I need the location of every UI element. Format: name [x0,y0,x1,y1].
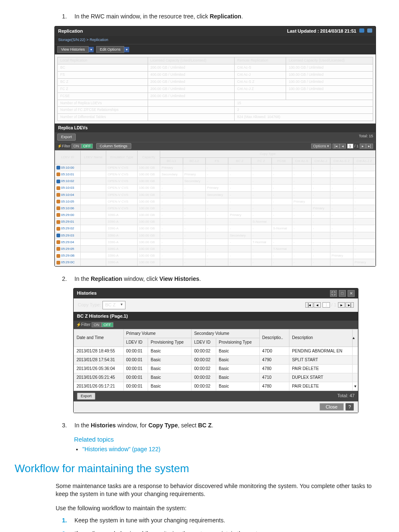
filter-window-icon[interactable]: ⛶ [330,290,337,297]
col-header[interactable]: Provisioning Type [148,338,192,347]
ldev-id-cell[interactable]: 05:29:02 [55,225,81,232]
export-button[interactable]: Export [57,134,76,141]
ldev-id-cell[interactable]: 05:10:04 [55,191,81,198]
breadcrumb[interactable]: Storage(S/N:22) > Replication [55,36,376,44]
scroll-down-icon[interactable]: ▾ [353,382,358,391]
col-header[interactable]: Cnt Ac-S Z [330,157,353,164]
copy-type-select[interactable]: BC Z [102,301,125,309]
col-header[interactable]: Cnt Ac-J [312,157,330,164]
cell: Basic [148,347,192,355]
edit-options-dropdown[interactable]: Edit Options▾ [96,46,129,53]
page-last-button[interactable]: ▸| [345,302,354,308]
table-row[interactable]: 2013/01/26 05:17:2100:00:01Basic00:00:02… [74,382,358,391]
close-icon[interactable]: ✕ [348,290,355,297]
related-link[interactable]: "Histories window" (page 122) [82,446,161,452]
page-prev-button[interactable]: ◂ [340,144,346,149]
cell: - [228,252,251,259]
value: 824 (Max Allowed: 104768) [235,114,373,121]
ldev-id-cell[interactable]: 05:29:01 [55,218,81,225]
col-header[interactable]: FC Z [251,157,271,164]
col-header[interactable]: LDEV ID [192,338,216,347]
related-topics-header: Related topics [74,435,376,444]
ldev-id-cell[interactable]: 05:29:05 [55,246,81,252]
ldev-id-cell[interactable]: 05:10:05 [55,198,81,205]
col-header[interactable]: Cnt Ac-S [292,157,311,164]
column-settings-button[interactable]: Column Settings [96,143,131,149]
ldev-id-cell[interactable]: 05:10:06 [55,205,81,211]
cell: - [292,205,311,211]
cell: - [183,259,205,266]
step-2: 2. In the Replication window, click View… [56,275,376,283]
help-button[interactable]: ? [345,403,354,411]
table-row[interactable]: 2013/01/28 17:54:3100:00:01Basic00:00:02… [74,355,358,364]
page-next-button[interactable]: ▸ [338,302,345,308]
cell: - [353,218,375,225]
options-dropdown[interactable]: Options ▾ [311,144,332,149]
scroll-up-icon[interactable]: ▴ [353,329,358,347]
table-row[interactable]: 2013/01/26 05:21:4500:00:01Basic00:00:02… [74,373,358,382]
col-header[interactable]: LDEV ID [123,338,148,347]
ldev-id-cell[interactable]: 05:10:00 [55,164,81,171]
page-current[interactable]: 1 [322,302,330,308]
cell: 3390-A [106,232,137,239]
ldev-id-cell[interactable]: 05:29:00 [55,212,81,218]
ldev-id-cell[interactable]: 05:29:04 [55,239,81,245]
col-header[interactable]: Emulation Type [106,151,137,164]
cell [80,232,106,239]
col-header[interactable]: LDEV ID [55,151,81,164]
page-first-button[interactable]: |◂ [332,144,340,149]
cell [80,246,106,252]
ldev-id-cell[interactable]: 05:10:03 [55,185,81,191]
table-row[interactable]: 2013/01/28 18:49:5500:00:01Basic00:00:02… [74,347,358,355]
page-last-button[interactable]: ▸| [366,144,373,149]
col-header[interactable]: Date and Time [74,329,124,347]
page-first-button[interactable]: |◂ [305,302,314,308]
ldev-id-cell[interactable]: 05:10:02 [55,178,81,185]
col-header[interactable]: BC-L1 [160,157,183,164]
label: Number of Differential Tables [58,114,148,121]
cell: Primary [330,252,353,259]
cell: 100.00 GB [137,212,160,218]
col-header[interactable]: Descriptio.. [259,329,289,347]
ldev-id-cell[interactable]: 05:29:03 [55,232,81,239]
cell: Primary [292,198,311,205]
replica-ldevs-tab[interactable]: Replica LDEVs [55,123,376,132]
col-header[interactable]: BC-L2 [183,157,205,164]
cell: Secondary [228,232,251,239]
filter-off-toggle[interactable]: OFF [81,144,93,149]
filter-on-toggle[interactable]: ON [72,144,82,149]
cell: Primary [206,185,228,191]
ldev-id-cell[interactable]: 05:29:0B [55,252,81,259]
col-header[interactable]: BC Z [228,157,251,164]
page-prev-button[interactable]: ◂ [314,302,321,308]
col-header[interactable]: LDEV Name [80,151,106,164]
cell: - [312,178,330,185]
cell: - [228,225,251,232]
export-button[interactable]: Export [77,393,95,400]
cell: - [271,205,292,211]
table-row[interactable]: 2013/01/26 05:36:0400:00:01Basic00:00:02… [74,364,358,373]
cell: - [292,246,311,252]
col-header[interactable]: FCSE [271,157,292,164]
refresh-icon[interactable] [359,28,364,33]
cell: - [312,239,330,245]
filter-bar: ⚡Filter ONOFF Column Settings Options ▾ … [55,142,376,151]
view-histories-dropdown[interactable]: View Histories▾ [57,46,94,53]
filter-on-toggle[interactable]: ON [92,322,102,327]
col-header[interactable]: FS [206,157,228,164]
col-header[interactable]: Description [289,329,353,347]
page-current[interactable]: 1 [347,144,353,149]
help-icon[interactable] [367,28,372,33]
filter-off-toggle[interactable]: OFF [102,322,113,327]
ldev-id-cell[interactable]: 05:29:0C [55,259,81,266]
table-row: 05:10:00OPEN-V CVS100.00 GBPrimary------… [55,164,376,171]
close-button[interactable]: Close [320,403,344,411]
col-header[interactable]: Cnt Ac-J Z [353,157,375,164]
page-next-button[interactable]: ▸ [360,144,366,149]
ldev-id-cell[interactable]: 05:10:01 [55,171,81,177]
maximize-icon[interactable]: □ [339,290,346,297]
cell: - [292,212,311,218]
col-header[interactable]: Capacity [137,151,160,164]
col-header[interactable]: Provisioning Type [216,338,259,347]
histories-footer: Export Total: 47 [74,391,358,401]
